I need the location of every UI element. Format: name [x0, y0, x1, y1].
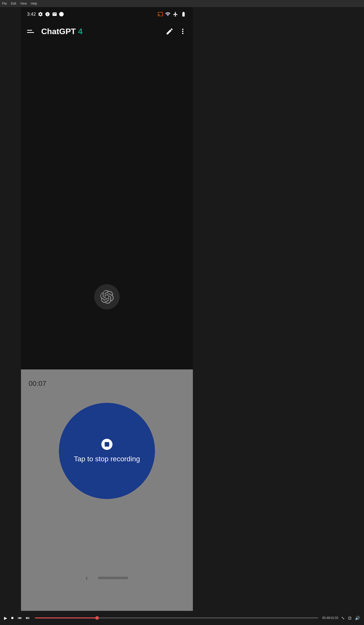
help-menu[interactable]: Help: [31, 2, 37, 5]
vc-right-controls: ⤡ ⊡ 🔊: [340, 615, 361, 621]
menu-items: File Edit View Help: [2, 2, 37, 5]
nav-pill: [98, 577, 128, 579]
vc-next-button[interactable]: ⏭: [25, 615, 31, 621]
vc-play-button[interactable]: ▶: [3, 615, 8, 621]
menu-line-1: [27, 30, 32, 31]
wifi-icon: [165, 11, 171, 17]
status-bar-left: 3:42: [27, 12, 64, 17]
app-model-number: 4: [78, 27, 83, 36]
stop-recording-button[interactable]: Tap to stop recording: [59, 403, 155, 499]
status-bar-right: [157, 11, 187, 17]
recording-timer: 00:07: [21, 380, 46, 388]
menu-line-2: [27, 32, 34, 33]
nav-gesture-bar: ‹: [85, 574, 128, 582]
app-title-text: ChatGPT: [41, 27, 76, 36]
compose-icon[interactable]: [166, 27, 174, 35]
gmail-icon: [52, 12, 57, 17]
info-icon: [45, 12, 50, 17]
openai-logo: [100, 290, 114, 304]
back-button[interactable]: ‹: [85, 574, 88, 582]
circle-dot: [59, 12, 64, 16]
file-menu[interactable]: File: [2, 2, 7, 5]
vc-prev-button[interactable]: ⏮: [17, 615, 23, 621]
header-right-icons: [166, 27, 187, 35]
vc-fullscreen-button[interactable]: ⤡: [340, 615, 346, 621]
phone-screen: 3:42: [21, 7, 193, 617]
settings-icon: [38, 12, 43, 17]
chat-area: Plot a cinema crossover where characters…: [21, 41, 193, 617]
stop-icon: [101, 439, 112, 450]
desktop-menu-bar: File Edit View Help: [0, 0, 364, 7]
view-menu[interactable]: View: [20, 2, 27, 5]
vc-volume-button[interactable]: 🔊: [354, 615, 361, 621]
vc-time-display: 00:46/10:33: [322, 616, 338, 620]
stop-square: [105, 442, 109, 447]
vc-progress-bar[interactable]: [35, 617, 318, 618]
app-header: ChatGPT 4: [21, 21, 193, 41]
airplane-icon: [173, 11, 178, 17]
vc-progress-thumb: [95, 616, 99, 620]
vc-stop-button[interactable]: ■: [10, 615, 15, 621]
menu-button[interactable]: [27, 26, 37, 36]
app-title: ChatGPT 4: [41, 27, 166, 36]
video-controls: ▶ ■ ⏮ ⏭ 00:46/10:33 ⤡ ⊡ 🔊: [0, 611, 364, 625]
more-icon[interactable]: [179, 27, 187, 35]
battery-icon: [180, 11, 187, 17]
recording-label: Tap to stop recording: [74, 455, 140, 463]
vc-resize-button[interactable]: ⊡: [347, 615, 352, 621]
cast-icon: [157, 11, 163, 17]
vc-progress-fill: [35, 617, 97, 618]
edit-menu[interactable]: Edit: [11, 2, 16, 5]
openai-logo-circle: [94, 284, 120, 309]
status-bar: 3:42: [21, 7, 193, 21]
time-display: 3:42: [27, 12, 36, 17]
recording-area: 00:07 Tap to stop recording ‹: [21, 369, 193, 617]
